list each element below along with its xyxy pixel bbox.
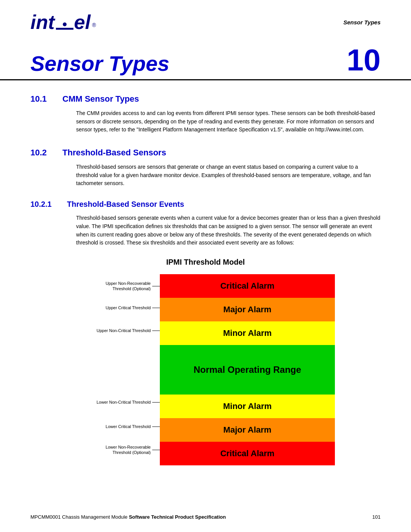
diagram-body: Upper Non-RecoverableThreshold (Optional… — [76, 274, 335, 465]
label-upper-critical: Upper Critical Threshold — [106, 305, 160, 311]
label-lower-non-critical-line — [152, 402, 160, 403]
section-10-1-title: CMM Sensor Types — [62, 94, 139, 104]
diagram-title: IPMI Threshold Model — [166, 258, 245, 267]
logo-registered: ® — [92, 22, 96, 28]
label-lower-non-recoverable-line — [152, 450, 160, 450]
section-10-1-heading: 10.1 CMM Sensor Types — [30, 94, 381, 104]
bar-minor-lower-label: Minor Alarm — [223, 401, 272, 411]
logo-int-text: int — [30, 12, 55, 32]
section-10-2-title: Threshold-Based Sensors — [62, 148, 166, 158]
footer: MPCMM0001 Chassis Management Module Soft… — [0, 514, 411, 520]
section-10-2-1-heading: 10.2.1 Threshold-Based Sensor Events — [30, 200, 381, 209]
bar-major-lower: Major Alarm — [160, 418, 335, 442]
bar-major-upper-label: Major Alarm — [223, 305, 271, 315]
header-section-label: Sensor Types — [343, 12, 381, 26]
label-lower-critical: Lower Critical Threshold — [106, 424, 160, 430]
bar-critical-lower-label: Critical Alarm — [220, 449, 274, 459]
label-upper-critical-text: Upper Critical Threshold — [106, 305, 152, 311]
footer-page-number: 101 — [372, 514, 381, 520]
chapter-title: Sensor Types — [30, 52, 169, 75]
page-container: int el ® Sensor Types Sensor Types 10 10… — [0, 0, 411, 532]
bar-critical-upper: Critical Alarm — [160, 274, 335, 298]
chapter-number: 10 — [347, 45, 381, 75]
section-10-2-1-title: Threshold-Based Sensor Events — [67, 200, 184, 209]
label-upper-non-recoverable: Upper Non-RecoverableThreshold (Optional… — [105, 281, 160, 292]
threshold-labels: Upper Non-RecoverableThreshold (Optional… — [76, 274, 160, 465]
label-upper-critical-line — [152, 308, 160, 308]
logo-el-text: el — [74, 12, 91, 32]
label-upper-non-critical-text: Upper Non-Critical Threshold — [97, 328, 152, 334]
logo-bar — [56, 28, 73, 30]
label-lower-non-recoverable-text: Lower Non-RecoverableThreshold (Optional… — [105, 445, 152, 455]
label-lower-critical-text: Lower Critical Threshold — [106, 424, 152, 430]
content-area: 10.1 CMM Sensor Types The CMM provides a… — [0, 94, 411, 465]
header: int el ® Sensor Types — [0, 0, 411, 32]
bar-critical-upper-label: Critical Alarm — [220, 281, 274, 291]
section-10-2-number: 10.2 — [30, 148, 53, 158]
footer-spec-title: Software Technical Product Specification — [129, 514, 226, 520]
label-upper-non-critical: Upper Non-Critical Threshold — [97, 328, 160, 334]
bar-major-upper: Major Alarm — [160, 298, 335, 321]
label-lower-critical-line — [152, 427, 160, 427]
bar-major-lower-label: Major Alarm — [223, 425, 271, 435]
label-lower-non-critical: Lower Non-Critical Threshold — [97, 400, 160, 405]
label-upper-non-recoverable-line — [152, 286, 160, 286]
bar-minor-lower: Minor Alarm — [160, 395, 335, 418]
bar-normal-label: Normal Operating Range — [194, 364, 301, 375]
section-10-2-body: Threshold-based sensors are sensors that… — [76, 163, 381, 188]
bar-normal: Normal Operating Range — [160, 345, 335, 395]
label-lower-non-recoverable: Lower Non-RecoverableThreshold (Optional… — [105, 445, 160, 455]
chapter-title-area: Sensor Types 10 — [0, 36, 411, 80]
label-upper-non-critical-line — [152, 331, 160, 331]
alarm-bars: Critical Alarm Major Alarm Minor Alarm N… — [160, 274, 335, 465]
section-10-2-1-number: 10.2.1 — [30, 200, 58, 209]
section-10-2-1-body: Threshold-based sensors generate events … — [76, 214, 381, 247]
footer-product: MPCMM0001 Chassis Management Module — [30, 514, 127, 520]
bar-critical-lower: Critical Alarm — [160, 442, 335, 465]
section-10-1-body: The CMM provides access to and can log e… — [76, 109, 381, 134]
section-10-2-heading: 10.2 Threshold-Based Sensors — [30, 148, 381, 158]
logo-dot-bar — [56, 22, 73, 30]
footer-left: MPCMM0001 Chassis Management Module Soft… — [30, 514, 226, 520]
intel-logo: int el ® — [30, 12, 96, 32]
ipmi-diagram-section: IPMI Threshold Model Upper Non-Recoverab… — [30, 258, 381, 465]
label-upper-non-recoverable-text: Upper Non-RecoverableThreshold (Optional… — [105, 281, 152, 292]
logo-dot — [63, 22, 67, 26]
label-lower-non-critical-text: Lower Non-Critical Threshold — [97, 400, 152, 405]
bar-minor-upper: Minor Alarm — [160, 321, 335, 345]
bar-minor-upper-label: Minor Alarm — [223, 328, 272, 338]
section-10-1-number: 10.1 — [30, 94, 53, 104]
